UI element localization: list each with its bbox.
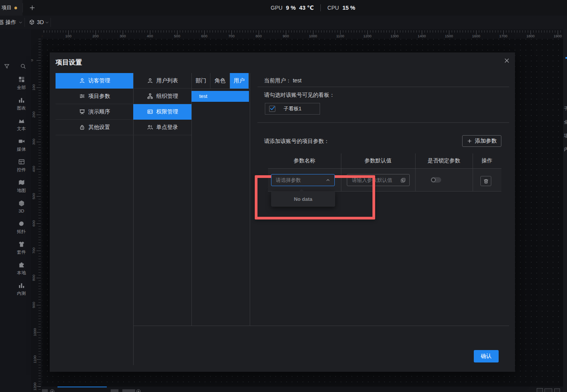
- primary-menu-item[interactable]: 演示顺序: [56, 104, 133, 120]
- divider: [473, 153, 473, 191]
- library-category[interactable]: 3D: [12, 196, 31, 217]
- table-header-cell: 是否锁定参数: [415, 153, 473, 168]
- library-category[interactable]: 内测: [12, 279, 31, 299]
- library-category[interactable]: 拓扑: [12, 217, 31, 237]
- project-tab-label: 项目: [2, 4, 12, 11]
- table-header-cell: 操作: [473, 153, 501, 168]
- view-mode-icon[interactable]: [537, 388, 543, 392]
- ruler-label: 900: [283, 34, 289, 38]
- table-header-cell: 参数默认值: [341, 153, 415, 168]
- secondary-menu-item[interactable]: 单点登录: [133, 120, 191, 135]
- param-select-dropdown[interactable]: 请选择参数: [271, 174, 335, 186]
- right-rail-tab[interactable]: 内: [564, 146, 567, 153]
- unsaved-dot-icon: [14, 7, 17, 9]
- ruler-label: 300: [31, 139, 36, 145]
- gpu-usage: 9 %: [286, 5, 296, 11]
- view-mode-icon[interactable]: [554, 389, 560, 392]
- ruler-label: 100: [65, 34, 71, 38]
- board-option-label: 子看板1: [284, 105, 301, 112]
- delete-param-button[interactable]: [480, 176, 491, 186]
- library-panel: 全部 图表 文本 媒体 控件 地图 3D 拓扑: [0, 29, 31, 392]
- lock-param-toggle[interactable]: [431, 177, 441, 183]
- action-menu[interactable]: 操作: [5, 19, 16, 26]
- pages-bar: [42, 387, 563, 392]
- add-page-icon[interactable]: [136, 389, 141, 392]
- ruler-label: 1900: [553, 34, 562, 38]
- library-category[interactable]: 图表: [12, 93, 31, 114]
- page-label-clipped: [111, 389, 118, 392]
- filter-icon[interactable]: [3, 63, 10, 70]
- trash-icon: [483, 178, 489, 184]
- permission-tab[interactable]: 角色: [210, 73, 230, 89]
- secondary-menu-item[interactable]: 权限管理: [133, 104, 191, 120]
- insert-value-icon[interactable]: [400, 177, 406, 183]
- ruler-label: 500: [31, 193, 36, 199]
- library-category-list: 全部 图表 文本 媒体 控件 地图 3D 拓扑: [12, 73, 31, 299]
- user-list-item[interactable]: test: [191, 91, 249, 102]
- cpu-label: CPU: [327, 5, 339, 11]
- library-category[interactable]: 地图: [12, 176, 31, 196]
- project-tab[interactable]: 项目: [0, 0, 23, 16]
- ruler-label: 200: [92, 34, 99, 38]
- chevron-down-icon[interactable]: [18, 20, 23, 25]
- ruler-label: 1300: [390, 34, 398, 38]
- ruler-label: 700: [228, 34, 235, 38]
- add-param-button[interactable]: 添加参数: [462, 135, 501, 147]
- library-category[interactable]: 全部: [12, 73, 31, 93]
- ruler-label: 600: [201, 34, 207, 38]
- ruler-label: 1600: [472, 34, 480, 38]
- primary-menu-item[interactable]: 项目参数: [56, 89, 133, 104]
- library-category[interactable]: 控件: [12, 155, 31, 176]
- horizontal-ruler: 0100200300400500600700800900100011001200…: [42, 29, 567, 39]
- search-icon[interactable]: [20, 63, 26, 70]
- permission-tab[interactable]: 用户: [230, 73, 249, 89]
- ruler-label: 1200: [33, 382, 37, 390]
- ruler-label: 1700: [499, 34, 507, 38]
- view-mode-icon[interactable]: [544, 389, 552, 392]
- board-checkbox-option[interactable]: 子看板1: [265, 103, 320, 115]
- library-category[interactable]: 文本: [12, 114, 31, 134]
- table-header-row: 参数名称参数默认值是否锁定参数操作: [268, 153, 501, 168]
- divider: [191, 73, 192, 326]
- ruler-label: 600: [31, 220, 36, 226]
- library-category[interactable]: 本地: [12, 258, 31, 279]
- confirm-button[interactable]: 确认: [474, 350, 499, 362]
- current-user-label: 当前用户：: [264, 77, 291, 84]
- toggle-knob: [431, 178, 436, 182]
- checkbox[interactable]: [269, 106, 275, 112]
- table-header-cell: 参数名称: [268, 153, 341, 168]
- ruler-label: 900: [31, 302, 36, 308]
- divider: [257, 87, 509, 87]
- mode-dropdown[interactable]: 3D: [37, 19, 44, 25]
- gpu-temp: 43 ℃: [299, 5, 314, 11]
- secondary-menu-item[interactable]: 组织管理: [133, 89, 191, 104]
- primary-menu-item[interactable]: 访客管理: [56, 73, 133, 89]
- ruler-label: 200: [31, 112, 36, 118]
- toolbar-clipped-label: 器: [0, 19, 4, 26]
- right-rail-tab[interactable]: 场: [564, 132, 567, 139]
- library-category[interactable]: 套件: [12, 237, 31, 258]
- add-page-icon[interactable]: [49, 389, 55, 392]
- tab-separator: [23, 3, 23, 12]
- divider: [191, 89, 250, 89]
- top-bar: 项目 GPU 9 % 43 ℃ CPU 15 %: [0, 0, 567, 16]
- current-user-row: 当前用户： test: [264, 77, 301, 84]
- check-icon: [269, 105, 276, 112]
- close-icon[interactable]: [503, 57, 510, 64]
- ruler-label: 1500: [445, 34, 453, 38]
- permission-tab[interactable]: 部门: [191, 73, 210, 89]
- right-rail-tab[interactable]: 全: [564, 119, 567, 125]
- cpu-usage: 15 %: [343, 5, 355, 11]
- settings-primary-menu: 访客管理 项目参数 演示顺序 其他设置: [56, 73, 133, 135]
- ruler-label: 1100: [33, 355, 37, 363]
- chevron-down-icon[interactable]: [45, 20, 49, 25]
- divider: [133, 326, 509, 326]
- new-tab-plus-icon[interactable]: [29, 4, 36, 11]
- right-rail-tab[interactable]: 子: [564, 105, 567, 112]
- secondary-menu-item[interactable]: 用户列表: [133, 73, 191, 89]
- library-category[interactable]: 媒体: [12, 134, 31, 155]
- gpu-label: GPU: [271, 5, 282, 11]
- current-user-value: test: [293, 77, 302, 84]
- primary-menu-item[interactable]: 其他设置: [56, 120, 133, 135]
- chevron-up-icon: [325, 178, 330, 183]
